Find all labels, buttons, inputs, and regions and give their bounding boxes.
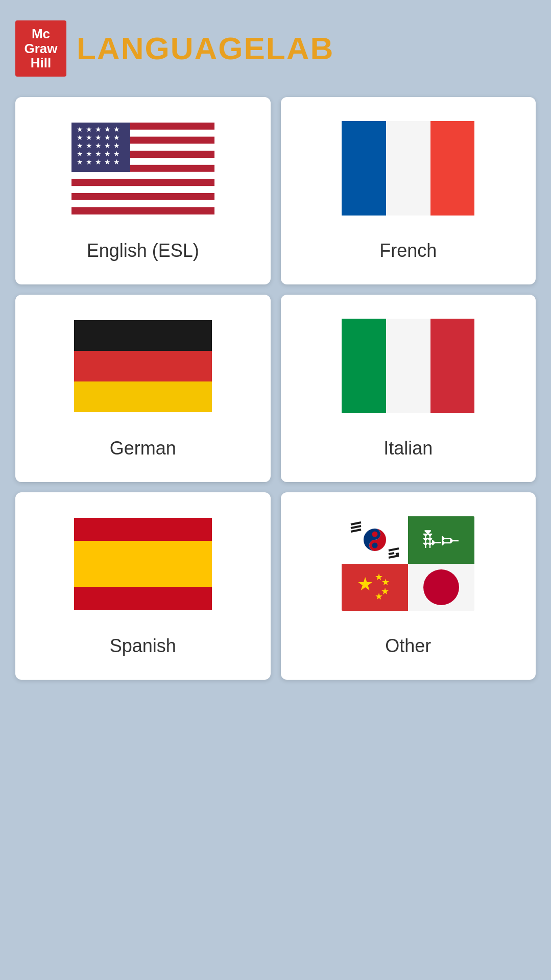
app-header: Mc Graw Hill LANGUAGELAB bbox=[15, 20, 536, 77]
language-card-spanish[interactable]: Spanish bbox=[15, 492, 271, 680]
svg-text:★: ★ bbox=[95, 150, 102, 158]
svg-text:★: ★ bbox=[86, 150, 92, 158]
svg-text:★: ★ bbox=[95, 133, 102, 141]
flag-germany-black bbox=[74, 320, 212, 351]
language-label-german: German bbox=[110, 438, 176, 459]
flag-italy-container bbox=[331, 315, 485, 417]
svg-text:★: ★ bbox=[77, 125, 83, 133]
flag-germany-red bbox=[74, 351, 212, 381]
flag-spain-red-bottom bbox=[74, 587, 212, 610]
svg-text:★: ★ bbox=[113, 150, 120, 158]
mcgrawhill-logo: Mc Graw Hill bbox=[15, 20, 66, 77]
flag-usa: ★ ★ ★ ★ ★ ★ ★ ★ ★ ★ ★ ★ ★ ★ ★ ★ ★ bbox=[71, 123, 214, 214]
svg-text:★: ★ bbox=[77, 150, 83, 158]
language-label-other: Other bbox=[385, 635, 431, 657]
flag-france-red bbox=[430, 121, 475, 216]
svg-point-44 bbox=[372, 543, 378, 548]
china-flag-svg: ★ ★ ★ ★ ★ bbox=[347, 566, 403, 609]
svg-text:★: ★ bbox=[77, 133, 83, 141]
korea-flag-svg bbox=[347, 518, 403, 562]
app-title-accent: LAB bbox=[266, 31, 334, 66]
language-card-italian[interactable]: Italian bbox=[281, 295, 536, 482]
flag-other: 𐎝𐎚𐎋 ★ ★ ★ ★ ★ bbox=[342, 516, 474, 611]
svg-text:★: ★ bbox=[86, 125, 92, 133]
flag-italy bbox=[342, 319, 474, 413]
language-label-italian: Italian bbox=[384, 438, 433, 459]
svg-text:★: ★ bbox=[113, 133, 120, 141]
svg-text:★: ★ bbox=[381, 577, 390, 587]
svg-text:★: ★ bbox=[86, 141, 92, 150]
svg-text:★: ★ bbox=[375, 591, 383, 602]
svg-line-39 bbox=[389, 553, 394, 554]
flag-spain-red-top bbox=[74, 518, 212, 541]
svg-text:★: ★ bbox=[86, 133, 92, 141]
flag-germany-gold bbox=[74, 381, 212, 412]
svg-text:★: ★ bbox=[104, 133, 111, 141]
svg-text:★: ★ bbox=[104, 125, 111, 133]
flag-france-blue bbox=[342, 121, 386, 216]
logo-line2: Graw bbox=[22, 41, 59, 56]
language-card-english-esl[interactable]: ★ ★ ★ ★ ★ ★ ★ ★ ★ ★ ★ ★ ★ ★ ★ ★ ★ bbox=[15, 97, 271, 284]
flag-spain bbox=[74, 518, 212, 610]
flag-france bbox=[342, 121, 474, 216]
svg-rect-6 bbox=[71, 193, 214, 200]
svg-text:★: ★ bbox=[86, 158, 92, 166]
flag-france-white bbox=[386, 121, 430, 216]
svg-text:★: ★ bbox=[95, 125, 102, 133]
svg-rect-5 bbox=[71, 179, 214, 186]
svg-text:★: ★ bbox=[104, 141, 111, 150]
flag-korea bbox=[342, 516, 408, 564]
svg-text:★: ★ bbox=[113, 158, 120, 166]
svg-line-40 bbox=[396, 554, 399, 554]
language-card-other[interactable]: 𐎝𐎚𐎋 ★ ★ ★ ★ ★ bbox=[281, 492, 536, 680]
svg-text:★: ★ bbox=[113, 141, 120, 150]
logo-line1: Mc bbox=[22, 27, 59, 41]
flag-spain-yellow bbox=[74, 541, 212, 587]
svg-text:★: ★ bbox=[104, 158, 111, 166]
language-grid: ★ ★ ★ ★ ★ ★ ★ ★ ★ ★ ★ ★ ★ ★ ★ ★ ★ bbox=[15, 97, 536, 680]
svg-text:★: ★ bbox=[77, 141, 83, 150]
logo-line3: Hill bbox=[22, 56, 59, 70]
svg-text:★: ★ bbox=[95, 158, 102, 166]
flag-italy-red bbox=[430, 319, 475, 413]
svg-text:★: ★ bbox=[357, 573, 373, 594]
svg-text:★: ★ bbox=[113, 125, 120, 133]
language-card-french[interactable]: French bbox=[281, 97, 536, 284]
flag-spain-container bbox=[66, 513, 220, 615]
japan-circle bbox=[423, 569, 459, 605]
flag-germany-container bbox=[66, 315, 220, 417]
language-card-german[interactable]: German bbox=[15, 295, 271, 482]
svg-text:★: ★ bbox=[104, 150, 111, 158]
flag-germany bbox=[74, 320, 212, 412]
flag-arab: 𐎝𐎚𐎋 bbox=[408, 516, 474, 564]
flag-china: ★ ★ ★ ★ ★ bbox=[342, 564, 408, 611]
svg-text:★: ★ bbox=[77, 158, 83, 166]
language-label-english-esl: English (ESL) bbox=[87, 240, 199, 261]
arab-text: 𐎝𐎚𐎋 bbox=[423, 531, 459, 549]
flag-france-container bbox=[331, 117, 485, 220]
flag-italy-green bbox=[342, 319, 386, 413]
app-title-main: LANGUAGE bbox=[77, 31, 266, 66]
svg-rect-7 bbox=[71, 207, 214, 214]
svg-text:★: ★ bbox=[95, 141, 102, 150]
language-label-spanish: Spanish bbox=[110, 635, 176, 657]
app-title: LANGUAGELAB bbox=[77, 30, 334, 66]
flag-italy-white bbox=[386, 319, 430, 413]
flag-usa-container: ★ ★ ★ ★ ★ ★ ★ ★ ★ ★ ★ ★ ★ ★ ★ ★ ★ bbox=[66, 117, 220, 220]
flag-other-container: 𐎝𐎚𐎋 ★ ★ ★ ★ ★ bbox=[331, 513, 485, 615]
svg-point-43 bbox=[372, 532, 378, 537]
language-label-french: French bbox=[379, 240, 437, 261]
flag-japan bbox=[408, 564, 474, 611]
